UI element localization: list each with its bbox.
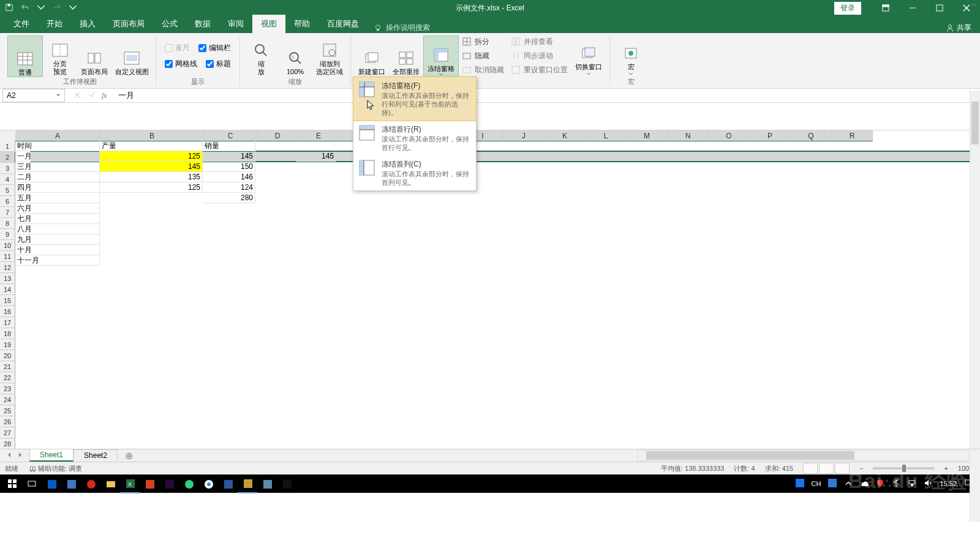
- row-header-10[interactable]: 10: [0, 240, 15, 251]
- zoom-slider[interactable]: [873, 467, 934, 470]
- cell-B5[interactable]: 125: [100, 182, 203, 193]
- ime-indicator[interactable]: CH: [812, 480, 821, 487]
- taskbar-powerpoint[interactable]: [140, 474, 159, 493]
- collapse-ribbon-icon[interactable]: [970, 1, 978, 10]
- row-header-17[interactable]: 17: [0, 317, 15, 328]
- cell-C5[interactable]: 124: [203, 182, 255, 193]
- sheet-nav-next-icon[interactable]: [17, 451, 23, 460]
- macros-button[interactable]: 宏: [614, 36, 648, 76]
- fx-icon[interactable]: fx: [102, 91, 107, 100]
- view-custom[interactable]: 自定义视图: [111, 36, 152, 76]
- zoom-100[interactable]: 1100%: [278, 36, 312, 76]
- col-header-Q[interactable]: Q: [791, 130, 832, 141]
- tab-help[interactable]: 帮助: [285, 15, 318, 33]
- cell-A11[interactable]: 十月: [15, 245, 100, 255]
- row-header-8[interactable]: 8: [0, 218, 15, 229]
- cell-A10[interactable]: 九月: [15, 234, 100, 245]
- cell-A12[interactable]: 十一月: [15, 255, 100, 266]
- row-header-23[interactable]: 23: [0, 383, 15, 394]
- horizontal-scrollbar[interactable]: [637, 450, 969, 461]
- tab-data[interactable]: 数据: [186, 15, 219, 33]
- split-window[interactable]: 拆分: [462, 36, 504, 48]
- col-header-N[interactable]: N: [668, 130, 709, 141]
- col-header-J[interactable]: J: [503, 130, 545, 141]
- cell-B4[interactable]: 135: [100, 172, 203, 182]
- row-header-1[interactable]: 1: [0, 141, 15, 152]
- save-icon[interactable]: [5, 3, 13, 13]
- zoom-selection[interactable]: 缩放到 选定区域: [312, 36, 347, 76]
- col-header-K[interactable]: K: [545, 130, 586, 141]
- row-header-13[interactable]: 13: [0, 273, 15, 284]
- row-header-14[interactable]: 14: [0, 284, 15, 295]
- taskbar-app-3[interactable]: [81, 474, 100, 493]
- cell-C2[interactable]: 145: [203, 151, 255, 162]
- name-box[interactable]: A2: [2, 89, 65, 102]
- sheet-tab-1[interactable]: Sheet1: [29, 449, 74, 462]
- col-header-M[interactable]: M: [627, 130, 668, 141]
- cell-B3[interactable]: 145: [100, 162, 203, 172]
- tray-network-icon[interactable]: [908, 479, 916, 489]
- row-header-2[interactable]: 2: [0, 152, 15, 163]
- arrange-all[interactable]: 全部重排: [389, 36, 423, 76]
- taskbar-app-1[interactable]: [42, 474, 61, 493]
- formula-bar[interactable]: 一月: [113, 90, 980, 101]
- cell-A9[interactable]: 八月: [15, 224, 100, 234]
- qat-more-icon[interactable]: [69, 3, 77, 13]
- row-header-6[interactable]: 6: [0, 196, 15, 207]
- accept-formula-icon[interactable]: [88, 91, 96, 100]
- row-header-22[interactable]: 22: [0, 372, 15, 383]
- tray-app-icon[interactable]: [796, 479, 804, 489]
- tab-layout[interactable]: 页面布局: [104, 15, 153, 33]
- tab-review[interactable]: 审阅: [219, 15, 252, 33]
- zoom-button[interactable]: 缩 放: [244, 36, 278, 76]
- row-header-16[interactable]: 16: [0, 306, 15, 317]
- col-header-A[interactable]: A: [15, 130, 100, 141]
- view-pagebreak[interactable]: 分页 预览: [43, 36, 77, 76]
- view-mode-buttons[interactable]: [803, 463, 850, 474]
- taskbar-app-8[interactable]: [179, 474, 198, 493]
- tell-me-search[interactable]: 操作说明搜索: [374, 23, 430, 33]
- undo-icon[interactable]: [21, 3, 29, 13]
- row-header-28[interactable]: 28: [0, 438, 15, 449]
- freeze-panes[interactable]: 冻结窗格: [423, 36, 459, 77]
- select-all-corner[interactable]: [0, 130, 16, 141]
- view-normal[interactable]: 普通: [7, 36, 43, 77]
- row-header-21[interactable]: 21: [0, 361, 15, 372]
- row-header-24[interactable]: 24: [0, 394, 15, 405]
- redo-icon[interactable]: [53, 3, 61, 13]
- zoom-in-icon[interactable]: +: [944, 465, 948, 472]
- hide-window[interactable]: 隐藏: [462, 50, 504, 62]
- taskbar-app-12[interactable]: [257, 474, 277, 493]
- taskbar-app-2[interactable]: [61, 474, 81, 493]
- row-header-27[interactable]: 27: [0, 427, 15, 438]
- cell-A1[interactable]: 时间: [15, 141, 100, 151]
- col-header-E[interactable]: E: [298, 130, 339, 141]
- cell-A3[interactable]: 三月: [15, 162, 100, 172]
- add-sheet-button[interactable]: ⊕: [123, 449, 135, 462]
- tray-bluetooth-icon[interactable]: [892, 479, 900, 489]
- taskbar-chrome[interactable]: [198, 474, 218, 493]
- minimize-button[interactable]: [899, 0, 926, 16]
- start-button[interactable]: [2, 474, 22, 493]
- col-header-D[interactable]: D: [257, 130, 298, 141]
- cell-E2[interactable]: 145: [296, 151, 336, 162]
- row-header-7[interactable]: 7: [0, 207, 15, 218]
- tray-du-icon[interactable]: [828, 479, 837, 489]
- row-header-12[interactable]: 12: [0, 262, 15, 273]
- tab-formulas[interactable]: 公式: [153, 15, 186, 33]
- col-header-O[interactable]: O: [709, 130, 750, 141]
- row-header-5[interactable]: 5: [0, 185, 15, 196]
- tab-home[interactable]: 开始: [38, 15, 71, 33]
- tab-insert[interactable]: 插入: [71, 15, 104, 33]
- tab-view[interactable]: 视图: [252, 15, 285, 33]
- row-header-26[interactable]: 26: [0, 416, 15, 427]
- chk-gridlines[interactable]: 网格线: [165, 58, 197, 70]
- new-window[interactable]: 新建窗口: [355, 36, 389, 76]
- row-header-9[interactable]: 9: [0, 229, 15, 240]
- chk-formulabar[interactable]: 编辑栏: [198, 42, 231, 54]
- cell-B1[interactable]: 产量: [100, 141, 203, 151]
- cell-A4[interactable]: 二月: [15, 172, 100, 182]
- login-button[interactable]: 登录: [834, 2, 861, 15]
- taskbar-explorer[interactable]: [100, 474, 120, 493]
- tray-onedrive-icon[interactable]: [860, 479, 869, 489]
